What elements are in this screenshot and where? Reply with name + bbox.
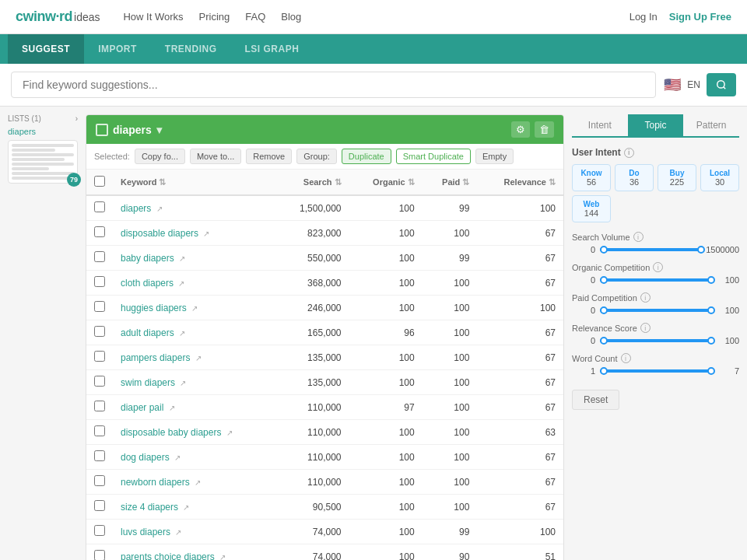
ext-link-icon[interactable]: ↗ [156, 205, 163, 213]
filter-thumb-left-organic-competition[interactable] [600, 276, 608, 284]
ext-link-icon[interactable]: ↗ [191, 304, 198, 313]
row-checkbox-cell[interactable] [86, 370, 113, 395]
row-checkbox[interactable] [94, 376, 105, 387]
toolbar-empty-button[interactable]: Empty [475, 149, 514, 164]
tab-import[interactable]: IMPORT [84, 34, 151, 64]
filter-track-organic-competition[interactable] [600, 278, 711, 282]
tab-suggest[interactable]: SUGGEST [8, 34, 84, 64]
col-checkbox[interactable] [86, 170, 113, 195]
ext-link-icon[interactable]: ↗ [179, 329, 185, 338]
row-checkbox-cell[interactable] [86, 221, 113, 246]
ext-link-icon[interactable]: ↗ [195, 478, 201, 487]
intent-item-local[interactable]: Local30 [700, 164, 739, 191]
filter-thumb-right-paid-competition[interactable] [707, 306, 715, 314]
row-checkbox[interactable] [94, 500, 105, 511]
row-checkbox-cell[interactable] [86, 320, 113, 345]
nav-blog[interactable]: Blog [281, 11, 301, 23]
filter-info-icon-organic-competition[interactable]: i [653, 262, 663, 272]
row-checkbox[interactable] [94, 226, 105, 237]
nav-faq[interactable]: FAQ [245, 11, 265, 23]
table-gear-button[interactable]: ⚙ [511, 121, 530, 138]
login-button[interactable]: Log In [630, 11, 658, 23]
ext-link-icon[interactable]: ↗ [169, 404, 175, 412]
row-checkbox-cell[interactable] [86, 395, 113, 420]
filter-thumb-left-word-count[interactable] [600, 367, 608, 375]
toolbar-smart-duplicate-button[interactable]: Smart Duplicate [396, 149, 471, 164]
search-button[interactable] [707, 73, 736, 96]
sidebar-item-diapers[interactable]: diapers [8, 127, 78, 136]
col-keyword[interactable]: Keyword⇅ [113, 170, 276, 195]
table-scroll[interactable]: Keyword⇅ Search⇅ Organic⇅ Paid⇅ Relevanc… [86, 170, 563, 560]
nav-pricing[interactable]: Pricing [199, 11, 230, 23]
filter-thumb-left-relevance-score[interactable] [600, 337, 608, 345]
filter-thumb-left-search-volume[interactable] [600, 246, 608, 254]
row-checkbox[interactable] [94, 201, 105, 212]
filter-info-icon-search-volume[interactable]: i [633, 232, 644, 242]
filter-thumb-right-search-volume[interactable] [697, 246, 705, 254]
row-checkbox[interactable] [94, 301, 105, 312]
row-checkbox-cell[interactable] [86, 544, 113, 561]
table-dropdown-icon[interactable]: ▾ [156, 124, 162, 136]
user-intent-info-icon[interactable]: i [624, 148, 634, 158]
ext-link-icon[interactable]: ↗ [195, 354, 202, 362]
row-checkbox-cell[interactable] [86, 195, 113, 221]
filter-thumb-left-paid-competition[interactable] [600, 306, 608, 314]
ext-link-icon[interactable]: ↗ [180, 379, 186, 387]
row-checkbox-cell[interactable] [86, 271, 113, 296]
row-checkbox[interactable] [94, 401, 105, 411]
ext-link-icon[interactable]: ↗ [175, 528, 181, 537]
select-all-checkbox[interactable] [94, 176, 105, 187]
row-checkbox[interactable] [94, 525, 105, 536]
toolbar-move-button[interactable]: Move to... [190, 149, 241, 164]
panel-tab-intent[interactable]: Intent [572, 114, 628, 136]
row-checkbox-cell[interactable] [86, 495, 113, 520]
col-search[interactable]: Search⇅ [276, 170, 349, 195]
filter-thumb-right-organic-competition[interactable] [707, 276, 715, 284]
tab-trending[interactable]: TRENDING [151, 34, 231, 64]
row-checkbox-cell[interactable] [86, 296, 113, 320]
intent-item-web[interactable]: Web144 [572, 195, 611, 222]
toolbar-duplicate-button[interactable]: Duplicate [342, 149, 391, 164]
row-checkbox[interactable] [94, 425, 105, 436]
ext-link-icon[interactable]: ↗ [219, 553, 226, 561]
row-checkbox[interactable] [94, 450, 105, 461]
filter-info-icon-word-count[interactable]: i [621, 353, 631, 363]
sidebar-arrow-icon[interactable]: › [75, 114, 78, 123]
filter-track-relevance-score[interactable] [600, 339, 711, 342]
filter-thumb-right-word-count[interactable] [707, 367, 715, 375]
toolbar-copy-button[interactable]: Copy fo... [135, 149, 185, 164]
col-paid[interactable]: Paid⇅ [423, 170, 478, 195]
filter-track-paid-competition[interactable] [600, 309, 711, 312]
row-checkbox-cell[interactable] [86, 420, 113, 445]
row-checkbox[interactable] [94, 276, 105, 287]
row-checkbox-cell[interactable] [86, 470, 113, 495]
panel-tab-topic[interactable]: Topic [628, 114, 684, 136]
reset-button[interactable]: Reset [572, 390, 619, 410]
filter-track-word-count[interactable] [600, 369, 711, 373]
ext-link-icon[interactable]: ↗ [174, 453, 181, 462]
row-checkbox[interactable] [94, 351, 105, 362]
row-checkbox[interactable] [94, 251, 105, 262]
row-checkbox-cell[interactable] [86, 520, 113, 544]
row-checkbox[interactable] [94, 326, 105, 337]
ext-link-icon[interactable]: ↗ [203, 229, 209, 238]
toolbar-remove-button[interactable]: Remove [246, 149, 292, 164]
filter-info-icon-paid-competition[interactable]: i [640, 292, 651, 303]
table-trash-button[interactable]: 🗑 [535, 121, 554, 138]
ext-link-icon[interactable]: ↗ [178, 279, 184, 288]
search-input[interactable] [11, 72, 656, 98]
row-checkbox[interactable] [94, 550, 105, 560]
ext-link-icon[interactable]: ↗ [183, 503, 189, 512]
filter-thumb-right-relevance-score[interactable] [707, 337, 715, 345]
col-organic[interactable]: Organic⇅ [349, 170, 423, 195]
row-checkbox-cell[interactable] [86, 445, 113, 470]
panel-tab-pattern[interactable]: Pattern [683, 114, 739, 136]
toolbar-group-button[interactable]: Group: [296, 149, 337, 164]
intent-item-buy[interactable]: Buy225 [658, 164, 696, 191]
intent-item-know[interactable]: Know56 [572, 164, 611, 191]
intent-item-do[interactable]: Do36 [615, 164, 654, 191]
row-checkbox-cell[interactable] [86, 246, 113, 271]
filter-info-icon-relevance-score[interactable]: i [640, 323, 651, 333]
signup-button[interactable]: Sign Up Free [669, 11, 731, 23]
filter-track-search-volume[interactable] [600, 248, 701, 251]
